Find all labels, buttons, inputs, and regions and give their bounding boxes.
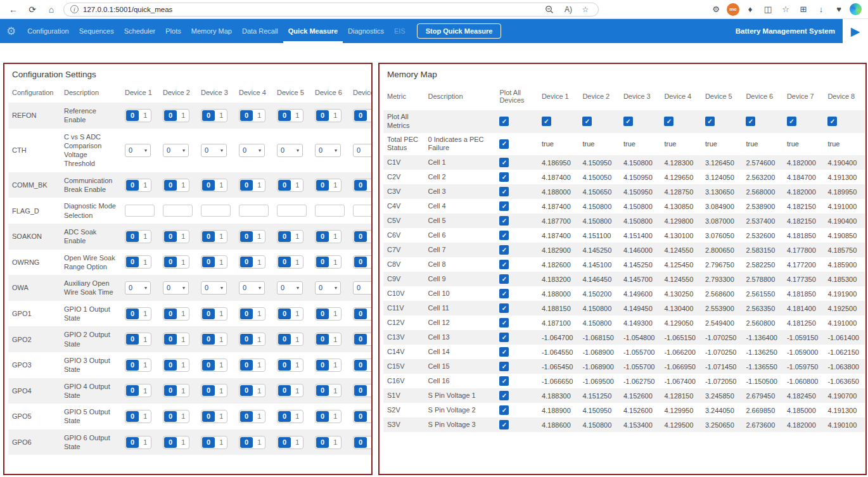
toggle-soakon-device-7[interactable]: 01 — [353, 230, 373, 243]
toggle-comm-bk-device-5[interactable]: 01 — [277, 179, 303, 192]
toggle-gpo6-device-5[interactable]: 01 — [277, 436, 303, 449]
nav-item-plots[interactable]: Plots — [160, 19, 186, 43]
favorites-icon[interactable]: ☆ — [779, 3, 793, 16]
select-owa-device-6[interactable]: 0▾ — [315, 281, 341, 295]
toggle-gpo5-device-7[interactable]: 01 — [353, 410, 373, 423]
toggle-gpo4-device-5[interactable]: 01 — [277, 384, 303, 397]
plot-checkbox-c5v[interactable]: ✓ — [499, 216, 509, 226]
select-owa-device-5[interactable]: 0▾ — [277, 281, 303, 295]
toggle-refon-device-4[interactable]: 01 — [239, 109, 265, 122]
toggle-gpo3-device-7[interactable]: 01 — [353, 359, 373, 372]
toggle-gpo2-device-3[interactable]: 01 — [201, 333, 227, 346]
toggle-comm-bk-device-2[interactable]: 01 — [163, 179, 189, 192]
toggle-gpo4-device-2[interactable]: 01 — [163, 384, 189, 397]
plot-checkbox-c3v[interactable]: ✓ — [499, 187, 509, 196]
input-flag-d-device-4[interactable] — [239, 205, 269, 217]
select-cth-device-4[interactable]: 0▾ — [239, 144, 265, 157]
plot-all-device-5-checkbox[interactable]: ✓ — [705, 117, 715, 126]
select-owa-device-4[interactable]: 0▾ — [239, 281, 265, 295]
toggle-soakon-device-4[interactable]: 01 — [239, 230, 265, 243]
toggle-comm-bk-device-1[interactable]: 01 — [125, 179, 151, 192]
settings-sync-icon[interactable]: ⚙ — [709, 3, 723, 16]
toggle-comm-bk-device-7[interactable]: 01 — [353, 179, 373, 192]
toggle-gpo5-device-2[interactable]: 01 — [163, 410, 189, 423]
collections-icon[interactable]: ⊞ — [796, 3, 810, 16]
toggle-gpo1-device-4[interactable]: 01 — [239, 307, 265, 321]
plot-checkbox-c16v[interactable]: ✓ — [499, 376, 509, 386]
address-bar[interactable]: i 127.0.0.1:5001/quick_meas A) ☆ — [63, 3, 599, 16]
select-cth-device-3[interactable]: 0▾ — [201, 144, 227, 157]
select-cth-device-1[interactable]: 0▾ — [125, 144, 151, 157]
toggle-gpo6-device-4[interactable]: 01 — [239, 436, 265, 449]
back-icon[interactable]: ← — [6, 3, 20, 16]
toggle-gpo1-device-5[interactable]: 01 — [277, 307, 303, 321]
input-flag-d-device-7[interactable] — [353, 205, 373, 217]
toggle-gpo2-device-2[interactable]: 01 — [163, 333, 189, 346]
toggle-gpo1-device-2[interactable]: 01 — [163, 307, 189, 321]
plot-checkbox-c7v[interactable]: ✓ — [499, 245, 509, 255]
url-text[interactable]: 127.0.0.1:5001/quick_meas — [83, 6, 540, 13]
toggle-gpo3-device-3[interactable]: 01 — [201, 359, 227, 372]
toggle-gpo3-device-2[interactable]: 01 — [163, 359, 189, 372]
toggle-gpo6-device-3[interactable]: 01 — [201, 436, 227, 449]
nav-item-configuration[interactable]: Configuration — [22, 19, 73, 43]
plot-checkbox-c2v[interactable]: ✓ — [499, 172, 509, 182]
plot-checkbox-s2v[interactable]: ✓ — [499, 405, 509, 415]
gear-icon[interactable]: ⚙ — [6, 25, 16, 38]
toggle-refon-device-6[interactable]: 01 — [315, 109, 341, 122]
nav-item-scheduler[interactable]: Scheduler — [119, 19, 161, 43]
toggle-owrng-device-6[interactable]: 01 — [315, 255, 341, 269]
stop-quick-measure-button[interactable]: Stop Quick Measure — [417, 23, 502, 39]
select-cth-device-6[interactable]: 0▾ — [315, 144, 341, 157]
toggle-comm-bk-device-4[interactable]: 01 — [239, 179, 265, 192]
toggle-gpo1-device-6[interactable]: 01 — [315, 307, 341, 321]
plot-checkbox-c9v[interactable]: ✓ — [499, 274, 509, 284]
toggle-gpo5-device-5[interactable]: 01 — [277, 410, 303, 423]
toggle-owrng-device-2[interactable]: 01 — [163, 255, 189, 269]
wallet-icon[interactable]: ♦ — [743, 3, 757, 16]
toggle-owrng-device-1[interactable]: 01 — [125, 255, 151, 269]
toggle-gpo2-device-4[interactable]: 01 — [239, 333, 265, 346]
zoom-icon[interactable] — [545, 5, 558, 14]
favorite-star-icon[interactable]: ☆ — [579, 5, 592, 14]
toggle-refon-device-1[interactable]: 01 — [125, 109, 151, 122]
select-cth-device-5[interactable]: 0▾ — [277, 144, 303, 157]
plot-checkbox-total-pec-status[interactable]: ✓ — [499, 139, 509, 149]
toggle-gpo2-device-5[interactable]: 01 — [277, 333, 303, 346]
plot-all-device-6-checkbox[interactable]: ✓ — [746, 117, 755, 126]
toggle-gpo4-device-7[interactable]: 01 — [353, 384, 373, 397]
toggle-owrng-device-7[interactable]: 01 — [353, 255, 373, 269]
input-flag-d-device-2[interactable] — [163, 205, 193, 217]
plot-checkbox-c14v[interactable]: ✓ — [499, 347, 509, 357]
plot-all-device-8-checkbox[interactable]: ✓ — [827, 117, 837, 126]
toggle-gpo1-device-3[interactable]: 01 — [201, 307, 227, 321]
home-icon[interactable]: ⌂ — [44, 3, 58, 16]
nav-item-sequences[interactable]: Sequences — [74, 19, 119, 43]
plot-checkbox-c6v[interactable]: ✓ — [499, 231, 509, 240]
nav-item-data-recall[interactable]: Data Recall — [237, 19, 283, 43]
toggle-gpo3-device-1[interactable]: 01 — [125, 359, 151, 372]
toggle-gpo3-device-4[interactable]: 01 — [239, 359, 265, 372]
toggle-refon-device-7[interactable]: 01 — [353, 109, 373, 122]
select-owa-device-1[interactable]: 0▾ — [125, 281, 151, 295]
input-flag-d-device-6[interactable] — [315, 205, 345, 217]
toggle-gpo1-device-7[interactable]: 01 — [353, 307, 373, 321]
toggle-owrng-device-5[interactable]: 01 — [277, 255, 303, 269]
plot-checkbox-c8v[interactable]: ✓ — [499, 260, 509, 269]
toggle-gpo4-device-4[interactable]: 01 — [239, 384, 265, 397]
toggle-gpo4-device-6[interactable]: 01 — [315, 384, 341, 397]
toggle-gpo6-device-7[interactable]: 01 — [353, 436, 373, 449]
refresh-icon[interactable]: ⟳ — [25, 3, 39, 16]
plot-checkbox-plot-all-metrics[interactable]: ✓ — [499, 117, 509, 126]
toggle-refon-device-2[interactable]: 01 — [163, 109, 189, 122]
toggle-gpo1-device-1[interactable]: 01 — [125, 307, 151, 321]
toggle-gpo6-device-1[interactable]: 01 — [125, 436, 151, 449]
plot-checkbox-c10v[interactable]: ✓ — [499, 289, 509, 298]
plot-all-device-2-checkbox[interactable]: ✓ — [582, 117, 592, 126]
plot-all-device-4-checkbox[interactable]: ✓ — [664, 117, 673, 126]
nav-item-diagnostics[interactable]: Diagnostics — [343, 19, 389, 43]
toggle-comm-bk-device-3[interactable]: 01 — [201, 179, 227, 192]
input-flag-d-device-5[interactable] — [277, 205, 307, 217]
plot-checkbox-c12v[interactable]: ✓ — [499, 318, 509, 328]
plot-checkbox-c15v[interactable]: ✓ — [499, 362, 509, 371]
